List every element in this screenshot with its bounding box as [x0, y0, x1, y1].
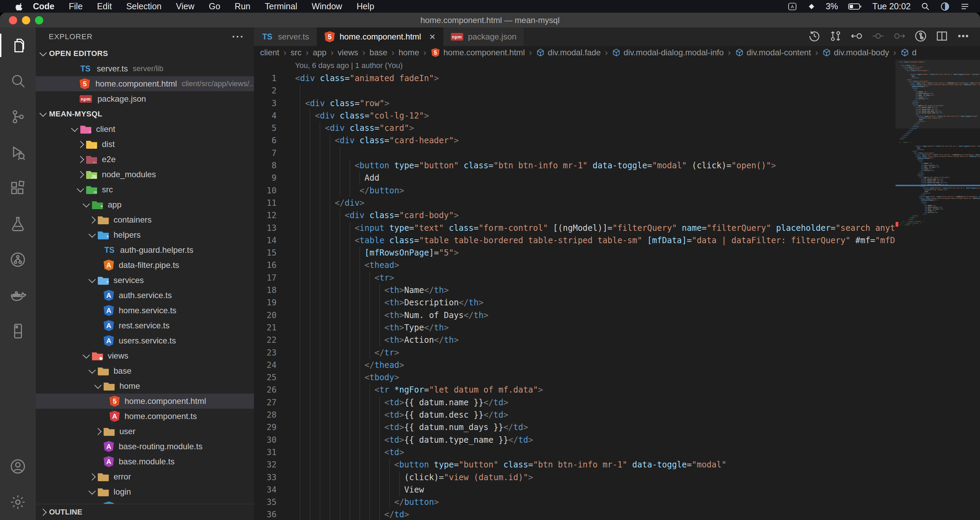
menu-item-go[interactable]: Go [209, 2, 220, 11]
menu-clock[interactable]: Tue 20:02 [872, 2, 911, 11]
status-diamond-icon[interactable] [808, 3, 815, 10]
activitybar-source-control-icon[interactable] [0, 99, 36, 135]
next-change-icon[interactable] [893, 30, 906, 44]
chevron-right-icon [76, 156, 84, 163]
control-center-icon[interactable] [940, 2, 950, 11]
sidebar-item-users-service-ts[interactable]: Ausers.service.ts [36, 333, 254, 348]
sidebar-item-services[interactable]: *services [36, 273, 254, 288]
menu-item-run[interactable]: Run [235, 2, 250, 11]
sidebar-item-base[interactable]: base [36, 364, 254, 378]
gitlens-blame-annotation[interactable]: You, 6 days ago | 1 author (You) [254, 61, 896, 72]
open-editors-header[interactable]: OPEN EDITORS [36, 46, 254, 61]
sidebar-item-home-component-html[interactable]: 5home.component.html [36, 394, 254, 409]
activitybar-search-icon[interactable] [0, 63, 36, 99]
sidebar-item-home-service-ts[interactable]: Ahome.service.ts [36, 303, 254, 318]
menu-app-name[interactable]: Code [33, 2, 54, 11]
breadcrumb-item[interactable]: src [291, 48, 302, 57]
sidebar-item-user[interactable]: user [36, 424, 254, 439]
sidebar-item-data-filter-pipe-ts[interactable]: Adata-filter.pipe.ts [36, 258, 254, 273]
sidebar-item-home[interactable]: home [36, 378, 254, 394]
breadcrumb-item[interactable]: app [313, 48, 326, 57]
breadcrumb-item[interactable]: base [369, 48, 387, 57]
split-editor-icon[interactable] [935, 30, 948, 44]
indent-guide [330, 247, 330, 259]
menu-item-file[interactable]: File [69, 2, 83, 11]
project-root-header[interactable]: MEAN-MYSQL [36, 107, 254, 121]
sidebar-item-client[interactable]: ▫client [36, 121, 254, 137]
tree-chevron [86, 490, 98, 494]
code-line: 11 </div> [254, 197, 896, 209]
git-graph-circle-icon[interactable] [914, 30, 927, 44]
activitybar-remote-explorer-icon[interactable] [0, 313, 36, 349]
sidebar-item-containers[interactable]: containers [36, 212, 254, 227]
menu-item-selection[interactable]: Selection [126, 2, 162, 11]
sidebar-item-auth-service-ts[interactable]: Aauth.service.ts [36, 288, 254, 303]
menu-item-view[interactable]: View [176, 2, 194, 11]
breadcrumb-item[interactable]: 5home.component.html [430, 47, 525, 58]
breadcrumb-item[interactable]: views [338, 48, 358, 57]
activitybar-testing-icon[interactable] [0, 206, 36, 242]
activitybar-settings-icon[interactable] [0, 484, 36, 520]
minimap[interactable]: <div class="animated fadeIn"> <div class… [896, 59, 980, 520]
sidebar-item-base-routing-module-ts[interactable]: Abase-routing.module.ts [36, 439, 254, 454]
sidebar-item-e2e[interactable]: ←e2e [36, 152, 254, 167]
sidebar-item-dist[interactable]: ↓dist [36, 137, 254, 152]
tree-item-label: base.module.ts [119, 457, 175, 466]
tab-home-component-html[interactable]: 5home.component.html× [317, 27, 443, 46]
timeline-icon[interactable] [808, 30, 821, 44]
indent-guide [320, 508, 320, 520]
indent-guide [320, 471, 320, 483]
menu-list-icon[interactable] [960, 2, 970, 11]
open-editor-item[interactable]: npmpackage.json [36, 91, 254, 107]
menu-item-help[interactable]: Help [356, 2, 374, 11]
sidebar-item-error[interactable]: error [36, 469, 254, 484]
current-change-icon[interactable] [872, 30, 885, 44]
menu-item-window[interactable]: Window [312, 2, 342, 11]
tab-server-ts[interactable]: TSserver.ts [254, 27, 317, 46]
open-editor-item[interactable]: TSserver.tsserver/lib [36, 61, 254, 76]
menu-item-edit[interactable]: Edit [97, 2, 112, 11]
explorer-more-actions-icon[interactable]: ··· [232, 31, 244, 43]
indent-guide [340, 322, 340, 334]
activitybar-extensions-icon[interactable] [0, 171, 36, 206]
sidebar-item-base-module-ts[interactable]: Abase.module.ts [36, 454, 254, 469]
breadcrumb-item[interactable]: div.modal-content [735, 48, 811, 57]
sidebar-item-node-modules[interactable]: JSnode_modules [36, 167, 254, 182]
sidebar-item-login[interactable]: login [36, 484, 254, 499]
activitybar-explorer-icon[interactable] [0, 27, 36, 63]
more-icon[interactable] [957, 30, 970, 44]
window-title-bar[interactable]: home.component.html — mean-mysql [0, 13, 980, 27]
tree-item-label: users.service.ts [119, 336, 176, 346]
sidebar-item-home-component-ts[interactable]: Ahome.component.ts [36, 409, 254, 424]
sidebar-item-rest-service-ts[interactable]: Arest.service.ts [36, 318, 254, 333]
menu-item-terminal[interactable]: Terminal [265, 2, 297, 11]
tab-package-json[interactable]: npmpackage.json [443, 27, 524, 46]
breadcrumb-item[interactable]: div.modal-body [822, 48, 889, 57]
prev-change-icon[interactable] [850, 30, 863, 44]
code-editor[interactable]: You, 6 days ago | 1 author (You) 1<div c… [254, 59, 980, 520]
indent-guide [320, 247, 320, 259]
sidebar-item-helpers[interactable]: *helpers [36, 227, 254, 242]
outline-section-header[interactable]: OUTLINE [36, 504, 254, 520]
activitybar-git-graph-icon[interactable] [0, 242, 36, 278]
breadcrumb-item[interactable]: home [399, 48, 419, 57]
sidebar-item-app[interactable]: *app [36, 197, 254, 212]
sidebar-item-src[interactable]: ‹›src [36, 182, 254, 197]
activitybar-run-debug-icon[interactable] [0, 135, 36, 171]
breadcrumb-item[interactable]: client [260, 48, 279, 57]
indent-guide [360, 172, 360, 184]
breadcrumb-item[interactable]: d [900, 48, 916, 57]
spotlight-search-icon[interactable] [921, 2, 930, 11]
apple-menu-icon[interactable] [15, 2, 24, 11]
input-source-icon[interactable]: A [787, 2, 797, 11]
sidebar-item-views[interactable]: ◆views [36, 348, 254, 364]
compare-icon[interactable] [829, 30, 842, 44]
close-tab-icon[interactable]: × [429, 31, 436, 43]
activitybar-docker-icon[interactable] [0, 278, 36, 313]
indent-guide [310, 396, 310, 409]
open-editor-item[interactable]: ×5home.component.htmlclient/src/app/view… [36, 76, 254, 91]
activitybar-account-icon[interactable] [0, 448, 36, 484]
breadcrumb-item[interactable]: div.modal-dialog.modal-info [612, 48, 724, 57]
sidebar-item-auth-guard-helper-ts[interactable]: TSauth-guard.helper.ts [36, 242, 254, 258]
breadcrumb-item[interactable]: div.modal.fade [536, 48, 600, 57]
